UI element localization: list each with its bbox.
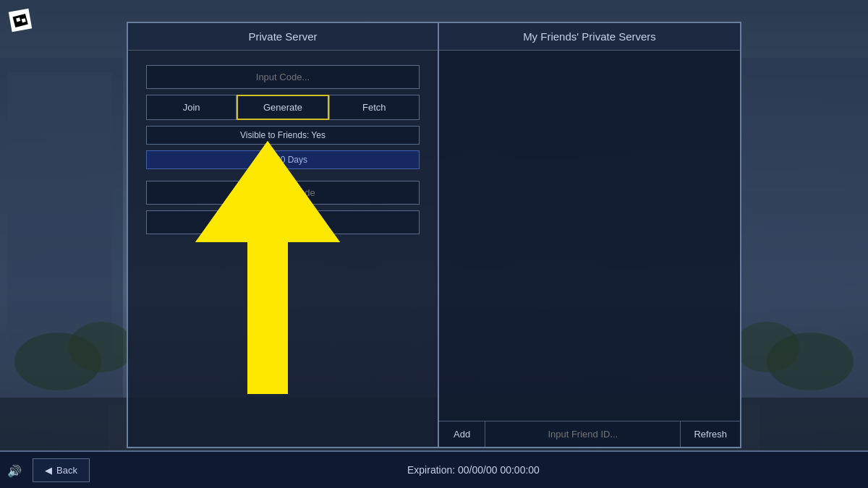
back-label: Back <box>56 465 77 476</box>
main-ui-container: Private Server Join Generate Fetch Visib… <box>127 22 741 448</box>
visible-friends-label: Visible to Friends: Yes <box>146 126 420 145</box>
volume-icon: 🔊 <box>7 464 22 478</box>
bottom-bar: 🔊 ◀ Back Expiration: 00/00/00 00:00:00 <box>0 450 868 488</box>
friends-bottom-bar: Add Refresh <box>439 421 740 447</box>
empty-field[interactable] <box>146 210 420 234</box>
buy-days-button[interactable]: Buy 30 Days <box>146 150 420 169</box>
input-key-code-field[interactable] <box>146 181 420 205</box>
generate-button[interactable]: Generate <box>237 95 328 120</box>
private-server-panel: Private Server Join Generate Fetch Visib… <box>128 23 439 447</box>
back-arrow-icon: ◀ <box>45 465 52 476</box>
fetch-button[interactable]: Fetch <box>329 95 420 120</box>
join-button[interactable]: Join <box>146 95 237 120</box>
friends-servers-panel: My Friends' Private Servers Add Refresh <box>439 23 740 447</box>
expiration-text: Expiration: 00/00/00 00:00:00 <box>90 464 857 476</box>
roblox-logo <box>10 10 33 33</box>
refresh-button[interactable]: Refresh <box>680 421 740 447</box>
friends-list-area <box>439 51 740 421</box>
add-friend-button[interactable]: Add <box>439 421 485 447</box>
friends-servers-title: My Friends' Private Servers <box>439 23 740 51</box>
back-button[interactable]: ◀ Back <box>33 458 90 482</box>
action-button-row: Join Generate Fetch <box>146 95 420 120</box>
private-server-title: Private Server <box>128 23 438 51</box>
private-server-content: Join Generate Fetch Visible to Friends: … <box>128 51 438 249</box>
input-code-field[interactable] <box>146 65 420 89</box>
friend-id-input[interactable] <box>485 421 680 447</box>
logo-icon <box>9 9 32 32</box>
